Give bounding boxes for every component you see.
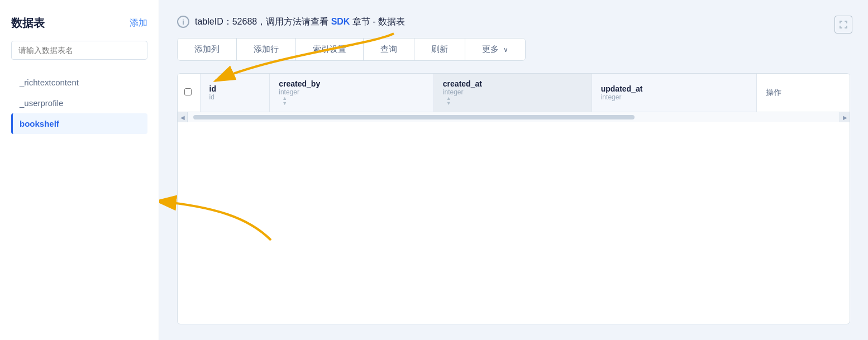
sidebar-add-button[interactable]: 添加 — [130, 17, 147, 29]
svg-rect-7 — [846, 26, 847, 28]
add-col-button[interactable]: 添加列 — [178, 39, 237, 60]
scroll-row: ◀ ▶ — [178, 112, 850, 123]
info-text-prefix: tableID：52688，调用方法请查看 — [195, 17, 331, 26]
col-type-id: id — [209, 93, 261, 101]
more-button[interactable]: 更多 ∨ — [465, 39, 525, 60]
sidebar-header: 数据表 添加 — [11, 16, 147, 31]
sidebar-list: _richtextcontent _userprofile bookshelf — [11, 72, 147, 134]
add-row-button[interactable]: 添加行 — [237, 39, 296, 60]
scroll-right-button[interactable]: ▶ — [840, 112, 850, 122]
svg-rect-1 — [840, 21, 841, 23]
query-button[interactable]: 查询 — [364, 39, 414, 60]
col-header-created-by: created_by integer ▲ ▼ — [270, 74, 434, 112]
info-bar: i tableID：52688，调用方法请查看 SDK 章节 - 数据表 — [177, 16, 850, 28]
sidebar: 数据表 添加 _richtextcontent _userprofile boo… — [0, 0, 159, 340]
refresh-button[interactable]: 刷新 — [414, 39, 465, 60]
horizontal-scrollbar[interactable] — [193, 115, 635, 119]
sort-icons-created-at[interactable]: ▲ ▼ — [446, 96, 451, 106]
sidebar-search-input[interactable] — [11, 41, 147, 60]
sort-desc-icon-2: ▼ — [446, 101, 451, 106]
info-text-middle: 章节 - 数据表 — [350, 17, 405, 26]
scroll-left-button[interactable]: ◀ — [178, 112, 188, 122]
data-table: id id created_by integer ▲ ▼ c — [178, 74, 850, 122]
chevron-down-icon: ∨ — [503, 46, 508, 54]
fullscreen-button[interactable] — [834, 16, 852, 33]
svg-rect-5 — [840, 26, 841, 28]
checkbox-col-header — [178, 74, 200, 112]
sidebar-item-userprofile[interactable]: _userprofile — [11, 93, 147, 113]
col-name-created-by: created_by — [279, 79, 320, 88]
data-table-container: id id created_by integer ▲ ▼ c — [177, 73, 850, 324]
sort-desc-icon: ▼ — [282, 101, 287, 106]
sidebar-item-richtextcontent[interactable]: _richtextcontent — [11, 72, 147, 93]
sort-icons-created-by[interactable]: ▲ ▼ — [282, 96, 287, 106]
col-header-id: id id — [200, 74, 270, 112]
col-name-created-at: created_at — [443, 79, 482, 88]
index-settings-button[interactable]: 索引设置 — [296, 39, 364, 60]
col-type-updated-at: integer — [601, 93, 748, 101]
col-header-updated-at: updated_at integer — [592, 74, 757, 112]
col-name-id: id — [209, 84, 216, 93]
table-scroll[interactable]: id id created_by integer ▲ ▼ c — [178, 74, 850, 324]
info-icon: i — [177, 16, 189, 28]
select-all-checkbox[interactable] — [184, 88, 192, 95]
sdk-link[interactable]: SDK — [331, 17, 350, 26]
sidebar-item-bookshelf[interactable]: bookshelf — [11, 113, 147, 134]
info-text: tableID：52688，调用方法请查看 SDK 章节 - 数据表 — [195, 16, 405, 28]
toolbar: 添加列 添加行 索引设置 查询 刷新 更多 ∨ — [177, 38, 526, 61]
col-header-created-at: created_at integer ▲ ▼ — [433, 74, 592, 112]
col-name-updated-at: updated_at — [601, 84, 643, 93]
col-header-actions: 操作 — [757, 74, 850, 112]
fullscreen-icon — [839, 20, 848, 29]
svg-rect-3 — [846, 21, 847, 23]
col-type-created-at: integer — [443, 88, 583, 96]
col-type-created-by: integer — [279, 88, 425, 96]
sidebar-title: 数据表 — [11, 16, 45, 31]
main-content: i tableID：52688，调用方法请查看 SDK 章节 - 数据表 添加列… — [159, 0, 868, 340]
more-label: 更多 — [482, 44, 499, 54]
